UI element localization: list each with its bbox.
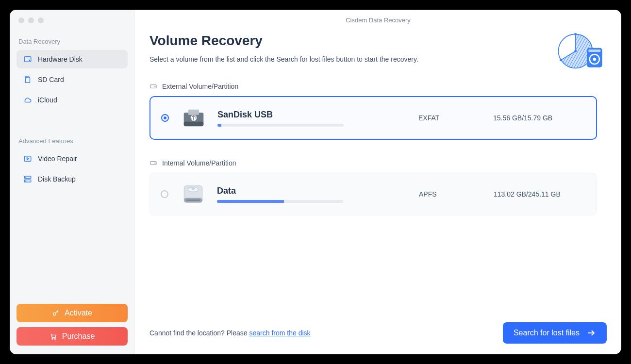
- svg-rect-2: [24, 156, 31, 162]
- sidebar-item-sd-card[interactable]: SD Card: [17, 70, 128, 89]
- svg-point-13: [574, 33, 577, 35]
- sidebar-item-icloud[interactable]: iCloud: [17, 91, 128, 109]
- svg-point-5: [26, 177, 26, 178]
- sidebar-item-disk-backup[interactable]: Disk Backup: [17, 170, 128, 188]
- window-title: Cisdem Data Recovery: [346, 17, 411, 24]
- search-button-label: Search for lost files: [514, 329, 580, 337]
- footer-hint: Cannot find the location? Please search …: [149, 329, 311, 337]
- app-window: Data Recovery Hardware Disk SD Card iClo…: [10, 10, 621, 354]
- activate-label: Activate: [65, 309, 92, 317]
- svg-point-15: [574, 50, 577, 52]
- volume-name: Data: [217, 186, 412, 196]
- usage-bar: [217, 200, 343, 203]
- group-header-internal: Internal Volume/Partition: [149, 159, 597, 167]
- arrow-right-icon: [586, 328, 596, 338]
- sidebar-item-label: SD Card: [38, 76, 64, 83]
- key-icon: [52, 309, 60, 317]
- volume-info: SanDisk USB: [217, 110, 412, 127]
- filesystem: EXFAT: [418, 114, 486, 122]
- filesystem: APFS: [419, 190, 487, 198]
- group-header-external: External Volume/Partition: [149, 83, 597, 90]
- volume-info: Data: [217, 186, 412, 203]
- sdcard-icon: [23, 75, 32, 84]
- content: Volume Recovery Select a volume from the…: [135, 30, 621, 354]
- sidebar-item-label: Hardware Disk: [38, 55, 83, 63]
- drive-mini-icon: [149, 83, 157, 90]
- size: 113.02 GB/245.11 GB: [494, 190, 586, 198]
- hint-text: Cannot find the location? Please: [149, 329, 249, 337]
- svg-rect-31: [192, 188, 195, 190]
- search-for-lost-files-button[interactable]: Search for lost files: [503, 322, 607, 344]
- cart-icon: [50, 332, 57, 340]
- group-label: Internal Volume/Partition: [162, 159, 236, 167]
- zoom-dot[interactable]: [38, 17, 44, 23]
- radio-selected[interactable]: [161, 114, 169, 122]
- video-icon: [23, 154, 32, 163]
- svg-point-21: [155, 86, 155, 86]
- sidebar-buttons: Activate Purchase: [10, 304, 134, 354]
- group-label: External Volume/Partition: [162, 83, 238, 90]
- window-controls: [10, 17, 134, 33]
- sidebar: Data Recovery Hardware Disk SD Card iClo…: [10, 10, 135, 354]
- hdd-drive-icon: [181, 182, 205, 206]
- backup-icon: [23, 175, 32, 183]
- svg-rect-19: [588, 50, 600, 52]
- sidebar-item-hardware-disk[interactable]: Hardware Disk: [17, 50, 128, 68]
- volume-card-sandisk[interactable]: SanDisk USB EXFAT 15.56 GB/15.79 GB: [149, 96, 597, 140]
- footer: Cannot find the location? Please search …: [149, 322, 607, 344]
- svg-point-18: [593, 58, 597, 61]
- volume-name: SanDisk USB: [217, 110, 412, 120]
- volume-card-data[interactable]: Data APFS 113.02 GB/245.11 GB: [149, 173, 597, 215]
- section-label-recovery: Data Recovery: [10, 33, 134, 49]
- minimize-dot[interactable]: [28, 17, 34, 23]
- svg-point-9: [54, 338, 55, 339]
- sidebar-item-video-repair[interactable]: Video Repair: [17, 149, 128, 168]
- section-label-advanced: Advanced Features: [10, 132, 134, 149]
- search-from-disk-link[interactable]: search from the disk: [249, 329, 310, 337]
- svg-rect-32: [186, 199, 200, 201]
- page-title: Volume Recovery: [149, 33, 597, 49]
- activate-button[interactable]: Activate: [17, 304, 128, 322]
- page-subtitle: Select a volume from the list and click …: [149, 55, 597, 63]
- titlebar: Cisdem Data Recovery: [135, 10, 621, 30]
- sidebar-item-label: Video Repair: [38, 155, 77, 163]
- svg-point-6: [26, 181, 26, 181]
- purchase-button[interactable]: Purchase: [17, 327, 128, 346]
- svg-point-14: [560, 59, 562, 61]
- svg-point-1: [29, 60, 30, 61]
- close-dot[interactable]: [18, 17, 24, 23]
- usb-drive-icon: [182, 106, 206, 130]
- drive-mini-icon: [149, 159, 157, 167]
- purchase-label: Purchase: [62, 332, 95, 341]
- svg-rect-23: [184, 122, 204, 126]
- sidebar-item-label: iCloud: [38, 96, 57, 104]
- sidebar-item-label: Disk Backup: [38, 175, 76, 183]
- svg-point-8: [52, 338, 53, 339]
- main: Cisdem Data Recovery: [135, 10, 621, 354]
- svg-rect-24: [188, 110, 199, 115]
- size: 15.56 GB/15.79 GB: [493, 114, 585, 122]
- radio-unselected[interactable]: [161, 190, 168, 198]
- disk-icon: [23, 55, 32, 64]
- usage-bar: [217, 124, 344, 127]
- cloud-icon: [23, 96, 32, 104]
- svg-point-27: [155, 163, 155, 163]
- svg-rect-0: [24, 57, 31, 62]
- recovery-hero-icon: [555, 30, 604, 74]
